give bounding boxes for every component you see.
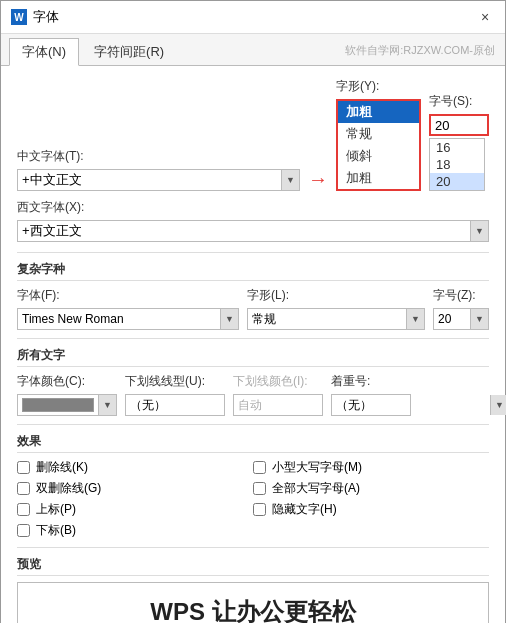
hidden-label: 隐藏文字(H): [272, 501, 337, 518]
complex-size-arrow[interactable]: ▼: [470, 309, 488, 329]
separator-4: [17, 547, 489, 548]
style-label: 字形(Y):: [336, 78, 421, 95]
complex-size-group: 字号(Z): ▼: [433, 287, 489, 330]
emphasis-wrap[interactable]: ▼: [331, 394, 411, 416]
complex-style-arrow[interactable]: ▼: [406, 309, 424, 329]
preview-text: WPS 让办公更轻松: [150, 596, 355, 623]
style-group: 字形(Y): 加粗 常规 倾斜 加粗: [336, 78, 421, 191]
font-color-arrow[interactable]: ▼: [98, 395, 116, 415]
style-option-bold[interactable]: 加粗: [338, 101, 419, 123]
emphasis-input[interactable]: [332, 398, 490, 412]
complex-size-input[interactable]: [434, 312, 470, 326]
font-color-select-wrap[interactable]: ▼: [17, 394, 117, 416]
superscript-label: 上标(P): [36, 501, 76, 518]
app-icon: W: [11, 9, 27, 25]
complex-font-label: 字体(F):: [17, 287, 239, 304]
preview-box: WPS 让办公更轻松: [17, 582, 489, 623]
font-color-group: 字体颜色(C): ▼: [17, 373, 117, 416]
strikethrough-checkbox[interactable]: [17, 461, 30, 474]
all-caps-label: 全部大写字母(A): [272, 480, 360, 497]
size-input-wrap[interactable]: [429, 114, 489, 136]
chinese-font-input-wrap[interactable]: ▼: [17, 169, 300, 191]
dialog-content: 中文字体(T): ▼ → 字形(Y): 加粗 常规 倾斜 加粗: [1, 66, 505, 623]
chinese-font-group: 中文字体(T): ▼: [17, 148, 300, 191]
emphasis-label: 着重号:: [331, 373, 411, 390]
effects-right-col: 小型大写字母(M) 全部大写字母(A) 隐藏文字(H): [253, 459, 489, 539]
complex-style-group: 字形(L): ▼: [247, 287, 425, 330]
underline-type-group: 下划线线型(U): ▼: [125, 373, 225, 416]
dialog-title: 字体: [33, 8, 59, 26]
checkbox-double-strikethrough: 双删除线(G): [17, 480, 253, 497]
small-caps-label: 小型大写字母(M): [272, 459, 362, 476]
size-item-16[interactable]: 16: [430, 139, 484, 156]
effects-label: 效果: [17, 433, 489, 453]
complex-size-label: 字号(Z):: [433, 287, 489, 304]
font-color-swatch: [22, 398, 94, 412]
emphasis-arrow[interactable]: ▼: [490, 395, 506, 415]
subscript-checkbox[interactable]: [17, 524, 30, 537]
complex-font-group: 字体(F): ▼: [17, 287, 239, 330]
style-option-italic[interactable]: 倾斜: [338, 145, 419, 167]
title-bar-left: W 字体: [11, 8, 59, 26]
western-font-group: 西文字体(X): ▼: [17, 199, 489, 242]
superscript-checkbox[interactable]: [17, 503, 30, 516]
title-bar: W 字体 ×: [1, 1, 505, 34]
all-text-row: 字体颜色(C): ▼ 下划线线型(U): ▼ 下划线颜色(I): ▼: [17, 373, 489, 416]
small-caps-checkbox[interactable]: [253, 461, 266, 474]
font-color-label: 字体颜色(C):: [17, 373, 117, 390]
checkbox-small-caps: 小型大写字母(M): [253, 459, 489, 476]
complex-font-input[interactable]: [18, 312, 220, 326]
all-caps-checkbox[interactable]: [253, 482, 266, 495]
complex-style-select-wrap[interactable]: ▼: [247, 308, 425, 330]
western-font-dropdown-arrow[interactable]: ▼: [470, 221, 488, 241]
tab-bar: 字体(N) 字符间距(R) 软件自学网:RJZXW.COM-原创: [1, 34, 505, 66]
separator-2: [17, 338, 489, 339]
close-button[interactable]: ×: [475, 7, 495, 27]
checkbox-strikethrough: 删除线(K): [17, 459, 253, 476]
western-font-input[interactable]: [18, 221, 470, 241]
watermark: 软件自学网:RJZXW.COM-原创: [345, 43, 495, 58]
complex-size-select-wrap[interactable]: ▼: [433, 308, 489, 330]
all-text-label: 所有文字: [17, 347, 489, 367]
underline-type-wrap[interactable]: ▼: [125, 394, 225, 416]
chinese-font-input[interactable]: [18, 170, 281, 190]
subscript-label: 下标(B): [36, 522, 76, 539]
complex-style-label: 字形(L):: [247, 287, 425, 304]
size-label: 字号(S):: [429, 93, 489, 110]
western-font-label: 西文字体(X):: [17, 199, 489, 216]
size-list: 16 18 20: [429, 138, 485, 191]
separator-1: [17, 252, 489, 253]
complex-font-select-wrap[interactable]: ▼: [17, 308, 239, 330]
complex-style-input[interactable]: [248, 312, 406, 326]
western-font-row: 西文字体(X): ▼: [17, 199, 489, 242]
complex-font-arrow[interactable]: ▼: [220, 309, 238, 329]
double-strikethrough-checkbox[interactable]: [17, 482, 30, 495]
size-item-18[interactable]: 18: [430, 156, 484, 173]
style-option-normal[interactable]: 常规: [338, 123, 419, 145]
font-dialog: W 字体 × 字体(N) 字符间距(R) 软件自学网:RJZXW.COM-原创 …: [0, 0, 506, 623]
effects-checkboxes: 删除线(K) 双删除线(G) 上标(P) 下标(B) 小型大: [17, 459, 489, 539]
chinese-font-dropdown-arrow[interactable]: ▼: [281, 170, 299, 190]
size-group: 字号(S): 16 18 20: [429, 93, 489, 191]
tab-font[interactable]: 字体(N): [9, 38, 79, 66]
size-item-20[interactable]: 20: [430, 173, 484, 190]
checkbox-subscript: 下标(B): [17, 522, 253, 539]
emphasis-group: 着重号: ▼: [331, 373, 411, 416]
underline-color-label: 下划线颜色(I):: [233, 373, 323, 390]
style-dropdown[interactable]: 加粗 常规 倾斜 加粗: [336, 99, 421, 191]
preview-section-label: 预览: [17, 556, 489, 576]
checkbox-superscript: 上标(P): [17, 501, 253, 518]
underline-color-group: 下划线颜色(I): ▼: [233, 373, 323, 416]
chinese-font-label: 中文字体(T):: [17, 148, 300, 165]
size-input[interactable]: [431, 118, 471, 133]
tab-spacing[interactable]: 字符间距(R): [81, 38, 177, 65]
checkbox-all-caps: 全部大写字母(A): [253, 480, 489, 497]
hidden-checkbox[interactable]: [253, 503, 266, 516]
underline-type-label: 下划线线型(U):: [125, 373, 225, 390]
underline-color-wrap[interactable]: ▼: [233, 394, 323, 416]
arrow-chinese-to-style: →: [308, 169, 328, 189]
checkbox-hidden: 隐藏文字(H): [253, 501, 489, 518]
western-font-input-wrap[interactable]: ▼: [17, 220, 489, 242]
style-option-bold2[interactable]: 加粗: [338, 167, 419, 189]
double-strikethrough-label: 双删除线(G): [36, 480, 101, 497]
